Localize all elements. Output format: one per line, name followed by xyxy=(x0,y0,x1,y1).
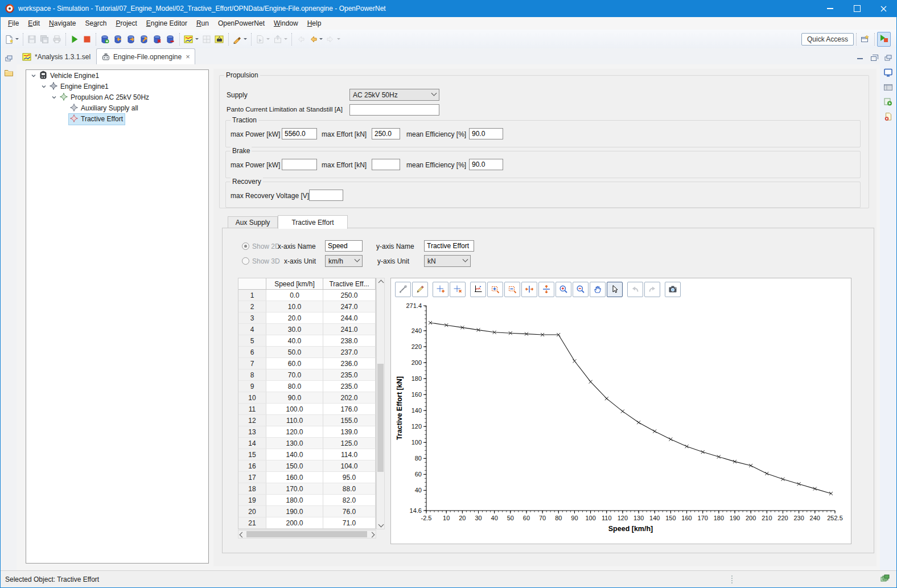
chart-zoom-box-in-button[interactable] xyxy=(487,282,503,297)
table-cell[interactable]: 235.0 xyxy=(323,369,376,381)
supply-combo[interactable]: AC 25kV 50Hz xyxy=(349,89,439,101)
table-cell[interactable]: 236.0 xyxy=(323,358,376,369)
chart-undo-button[interactable] xyxy=(627,282,643,297)
table-cell[interactable]: 250.0 xyxy=(323,290,376,301)
table-cell[interactable]: 150.0 xyxy=(266,460,323,472)
db-add-button[interactable] xyxy=(98,31,112,47)
chart-v-zoom-button[interactable] xyxy=(538,282,554,297)
db-clear-button[interactable] xyxy=(164,31,177,47)
table-cell[interactable]: 155.0 xyxy=(323,415,376,426)
table-cell[interactable]: 80.0 xyxy=(266,381,323,392)
chart-zoom-box-out-button[interactable] xyxy=(504,282,520,297)
table-cell[interactable]: 30.0 xyxy=(266,324,323,335)
table-cell[interactable]: 170.0 xyxy=(266,483,323,495)
tab-aux-supply[interactable]: Aux Supply xyxy=(228,216,278,229)
chevron-down-icon[interactable] xyxy=(40,84,48,89)
table-cell[interactable]: 20.0 xyxy=(266,312,323,324)
menu-navigate[interactable]: Navigate xyxy=(44,18,80,29)
table-cell[interactable]: 241.0 xyxy=(323,324,376,335)
y-axis-unit-combo[interactable]: kN xyxy=(424,255,471,267)
chart-tools-button[interactable] xyxy=(395,282,411,297)
maximize-editor-icon[interactable] xyxy=(871,56,877,61)
chart-pointer-button[interactable] xyxy=(607,282,623,297)
table-cell[interactable]: 71.0 xyxy=(323,517,376,529)
x-axis-name-input[interactable] xyxy=(325,240,363,252)
table-cell[interactable]: 140.0 xyxy=(266,449,323,460)
table-cell[interactable]: 247.0 xyxy=(323,301,376,312)
chart-snapshot-button[interactable] xyxy=(665,282,681,297)
menu-openpowernet[interactable]: OpenPowerNet xyxy=(213,18,269,29)
traction-max-power-input[interactable] xyxy=(282,128,317,139)
traction-max-effort-input[interactable] xyxy=(372,128,400,139)
dropdown-arrow-icon[interactable] xyxy=(266,38,270,40)
db-delete-button[interactable] xyxy=(151,31,164,47)
run-button[interactable] xyxy=(68,31,81,47)
chart-h-zoom-button[interactable] xyxy=(521,282,537,297)
dropdown-arrow-icon[interactable] xyxy=(15,38,19,40)
menu-engine-editor[interactable]: Engine Editor xyxy=(142,18,192,29)
tab-tractive-effort[interactable]: Tractive Effort xyxy=(278,215,348,229)
db-import-button[interactable] xyxy=(112,31,125,47)
table-cell[interactable]: 104.0 xyxy=(323,460,376,472)
table-cell[interactable]: 210.0 xyxy=(266,529,323,529)
y-axis-name-input[interactable] xyxy=(424,240,474,252)
table-cell[interactable]: 61.0 xyxy=(323,529,376,529)
table-vertical-scrollbar[interactable] xyxy=(376,278,385,529)
table-cell[interactable]: 176.0 xyxy=(323,404,376,415)
brake-max-power-input[interactable] xyxy=(282,159,317,170)
db-export-button[interactable] xyxy=(125,31,138,47)
error-log-view-button[interactable] xyxy=(880,112,896,121)
marker-pen-button[interactable] xyxy=(231,31,249,47)
dropdown-arrow-icon[interactable] xyxy=(319,38,323,40)
menu-file[interactable]: File xyxy=(3,18,23,29)
table-cell[interactable]: 110.0 xyxy=(266,415,323,426)
restore-right-views-button[interactable] xyxy=(880,54,896,62)
scroll-thumb[interactable] xyxy=(246,531,367,537)
x-axis-unit-combo[interactable]: km/h xyxy=(325,255,363,267)
menu-help[interactable]: Help xyxy=(303,18,326,29)
close-button[interactable] xyxy=(870,0,897,17)
menu-project[interactable]: Project xyxy=(111,18,141,29)
table-cell[interactable]: 114.0 xyxy=(323,449,376,460)
chart-remove-point-button[interactable] xyxy=(450,282,466,297)
recovery-voltage-input[interactable] xyxy=(309,190,343,201)
table-cell[interactable]: 190.0 xyxy=(266,506,323,517)
chevron-down-icon[interactable] xyxy=(50,94,58,100)
scroll-up-icon[interactable] xyxy=(379,281,383,285)
tree-item-vehicle-engine1[interactable]: Vehicle Engine1 xyxy=(26,71,208,81)
project-explorer-shortcut[interactable] xyxy=(1,68,17,77)
chart-zoom-out-button[interactable] xyxy=(573,282,589,297)
table-cell[interactable]: 235.0 xyxy=(323,381,376,392)
table-cell[interactable]: 40.0 xyxy=(266,335,323,347)
table-cell[interactable]: 82.0 xyxy=(323,495,376,506)
scroll-left-icon[interactable] xyxy=(240,533,244,537)
show-view-menu-button[interactable] xyxy=(880,574,891,585)
dropdown-arrow-icon[interactable] xyxy=(284,38,287,40)
chart-add-point-button[interactable] xyxy=(433,282,449,297)
table-cell[interactable]: 244.0 xyxy=(323,312,376,324)
chart-view-button[interactable] xyxy=(182,31,200,47)
table-cell[interactable]: 70.0 xyxy=(266,369,323,381)
db-transfer-button[interactable] xyxy=(138,31,151,47)
console-view-button[interactable] xyxy=(880,68,896,77)
close-tab-icon[interactable]: × xyxy=(186,54,190,60)
table-cell[interactable]: 0.0 xyxy=(266,290,323,301)
chart-redo-button[interactable] xyxy=(644,282,660,297)
editor-tab-engine-file-opnengine[interactable]: Engine-File.opnengine× xyxy=(96,48,195,64)
brake-max-effort-input[interactable] xyxy=(372,159,400,170)
new-button[interactable] xyxy=(3,31,20,47)
table-cell[interactable]: 202.0 xyxy=(323,392,376,404)
chart-zoom-in-button[interactable] xyxy=(556,282,571,297)
chevron-down-icon[interactable] xyxy=(30,73,38,79)
table-horizontal-scrollbar[interactable] xyxy=(238,530,376,538)
tree-item-tractive-effort[interactable]: Tractive Effort xyxy=(26,114,208,124)
engine-editor-button[interactable] xyxy=(213,31,226,47)
table-cell[interactable]: 130.0 xyxy=(266,438,323,449)
maximize-button[interactable] xyxy=(843,0,870,17)
show-3d-radio[interactable] xyxy=(242,257,249,265)
tree-item-auxiliary-supply-all[interactable]: Auxiliary Supply all xyxy=(26,103,208,113)
restore-views-button[interactable] xyxy=(1,54,17,63)
traction-efficiency-input[interactable] xyxy=(469,128,503,139)
dropdown-arrow-icon[interactable] xyxy=(337,38,340,40)
tree-item-propulsion-ac-25kv-50hz[interactable]: Propulsion AC 25kV 50Hz xyxy=(26,92,208,102)
